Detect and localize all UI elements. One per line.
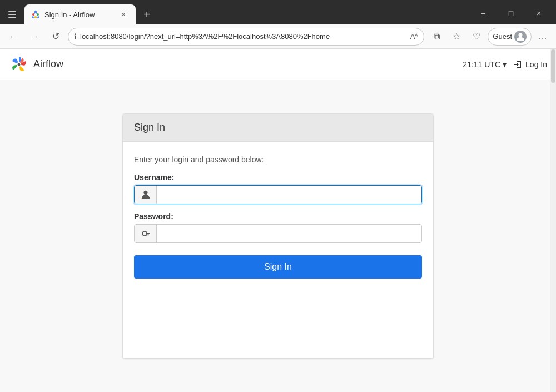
svg-point-8 [34,11,37,13]
page-content: Airflow 21:11 UTC ▾ Log In [0,49,556,392]
tab-title: Sign In - Airflow [44,11,113,19]
browser-frame: Sign In - Airflow × + − □ × ← → ↺ ℹ loca… [0,0,556,392]
svg-point-9 [519,33,523,37]
password-icon [135,225,157,242]
nav-bar: ← → ↺ ℹ localhost:8080/login/?next_url=h… [0,24,556,49]
app-logo-text: Airflow [33,58,63,70]
username-icon [135,186,157,204]
scrollbar-thumb[interactable] [551,49,555,83]
login-card-header: Sign In [123,114,433,142]
password-input-group [134,224,422,243]
reader-mode-icon: Aᴬ [410,32,419,41]
time-label: 21:11 UTC [463,60,500,69]
login-link[interactable]: Log In [513,60,547,69]
time-dropdown-icon: ▾ [503,60,507,69]
title-bar: Sign In - Airflow × + − □ × [0,0,556,24]
title-bar-left [4,7,20,22]
avatar [514,31,527,43]
username-input[interactable] [157,186,421,204]
app-logo: Airflow [9,54,63,75]
active-tab[interactable]: Sign In - Airflow × [24,4,136,24]
window-controls: − □ × [470,4,552,22]
scrollbar[interactable] [550,49,556,392]
time-display[interactable]: 21:11 UTC ▾ [463,60,507,69]
svg-point-5 [32,13,34,16]
username-label: Username: [134,173,422,182]
username-input-group [134,185,422,204]
login-description: Enter your login and password below: [134,155,422,164]
address-bar[interactable]: ℹ localhost:8080/login/?next_url=http%3A… [68,28,424,46]
split-screen-button[interactable]: ⧉ [428,28,445,46]
more-button[interactable]: … [534,28,552,46]
login-card-body: Enter your login and password below: Use… [123,142,433,292]
tab-close-button[interactable]: × [118,9,129,20]
new-tab-button[interactable]: + [139,7,155,22]
password-label: Password: [134,212,422,221]
profile-label: Guest [493,32,512,41]
key-icon [141,229,151,239]
svg-rect-1 [8,14,16,15]
login-icon [513,60,522,69]
svg-point-11 [18,63,21,66]
login-card-title: Sign In [134,122,422,133]
tab-bar: Sign In - Airflow × + [24,4,470,24]
password-form-group: Password: [134,212,422,243]
back-button[interactable]: ← [4,28,22,46]
info-icon: ℹ [74,32,77,41]
minimize-button[interactable]: − [470,4,496,22]
sign-in-button[interactable]: Sign In [134,255,422,279]
svg-point-6 [37,13,39,16]
person-icon [141,190,151,200]
airflow-logo-icon [9,54,29,75]
svg-rect-2 [8,17,16,18]
favorites-button[interactable]: ☆ [448,28,465,46]
app-nav-right: 21:11 UTC ▾ Log In [463,60,547,69]
profile-button[interactable]: Guest [488,28,532,46]
svg-point-7 [34,16,37,18]
password-input[interactable] [157,225,421,242]
collections-button[interactable]: ♡ [468,28,485,46]
url-display: localhost:8080/login/?next_url=http%3A%2… [80,32,407,41]
svg-rect-0 [8,11,16,12]
username-form-group: Username: [134,173,422,204]
login-page: Sign In Enter your login and password be… [0,80,556,392]
svg-point-12 [143,191,147,195]
login-card: Sign In Enter your login and password be… [122,113,434,359]
nav-actions: ⧉ ☆ ♡ Guest … [428,28,552,46]
app-nav: Airflow 21:11 UTC ▾ Log In [0,49,556,80]
forward-button[interactable]: → [26,28,43,46]
maximize-button[interactable]: □ [498,4,524,22]
sidebar-toggle-button[interactable] [4,7,20,22]
tab-favicon-icon [31,10,40,19]
login-label: Log In [525,60,547,69]
close-button[interactable]: × [526,4,552,22]
refresh-button[interactable]: ↺ [47,28,64,46]
